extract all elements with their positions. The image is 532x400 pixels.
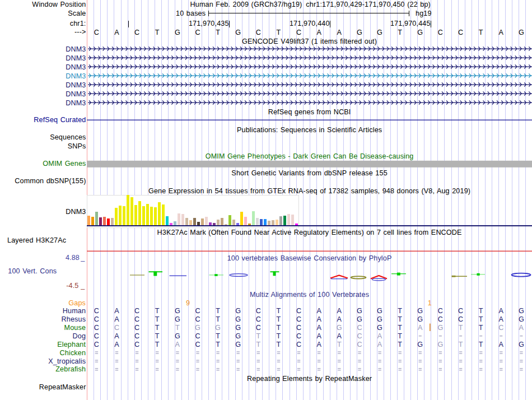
svg-text:A: A	[519, 324, 524, 332]
svg-text:C: C	[296, 332, 301, 340]
svg-text:C: C	[94, 307, 99, 315]
svg-text:A: A	[316, 332, 321, 340]
svg-text:1: 1	[428, 299, 432, 307]
svg-text:T: T	[155, 324, 160, 332]
svg-text:C: C	[134, 332, 139, 340]
svg-text:GENCODE V49lift37 (1 items fil: GENCODE V49lift37 (1 items filtered out)	[242, 38, 377, 45]
svg-text:A: A	[114, 307, 119, 315]
svg-text:Repeating Elements by RepeatMa: Repeating Elements by RepeatMasker	[247, 375, 372, 383]
svg-text:C: C	[296, 307, 301, 315]
svg-text:-4.5: -4.5	[66, 282, 78, 290]
svg-text:A: A	[316, 29, 321, 36]
svg-text:_: _	[80, 282, 85, 290]
svg-text:G: G	[377, 315, 382, 323]
svg-text:G: G	[377, 29, 382, 36]
svg-text:Window Position: Window Position	[32, 1, 86, 8]
svg-text:Gene Expression in 54 tissues: Gene Expression in 54 tissues from GTEx …	[148, 187, 470, 195]
svg-text:T: T	[155, 307, 160, 315]
svg-text:A: A	[316, 341, 321, 348]
svg-text:A: A	[499, 29, 504, 36]
svg-text:A: A	[418, 324, 423, 332]
svg-text:T: T	[216, 29, 220, 36]
svg-text:C: C	[296, 29, 301, 36]
svg-text:C: C	[114, 324, 119, 332]
svg-text:G: G	[377, 324, 382, 332]
svg-text:Mouse: Mouse	[64, 324, 86, 332]
svg-text:G: G	[519, 315, 524, 323]
svg-text:Multiz Alignments of 100 Verte: Multiz Alignments of 100 Vertebrates	[250, 291, 369, 299]
svg-text:A: A	[499, 315, 504, 323]
svg-text:T: T	[398, 29, 402, 36]
svg-text:G: G	[175, 307, 180, 315]
svg-text:T: T	[256, 341, 260, 348]
svg-text:T: T	[155, 29, 160, 36]
svg-text:C: C	[134, 315, 139, 323]
svg-text:OMIM Genes: OMIM Genes	[43, 160, 86, 168]
svg-text:100 Vert. Cons: 100 Vert. Cons	[8, 267, 57, 275]
svg-text:100 vertebrates Basewise Conse: 100 vertebrates Basewise Conservation by…	[227, 254, 392, 262]
svg-text:A: A	[337, 307, 342, 315]
svg-text:Elephant: Elephant	[57, 341, 86, 348]
svg-text:G: G	[215, 324, 221, 332]
svg-text:Human Feb. 2009 (GRCh37/hg19): Human Feb. 2009 (GRCh37/hg19)	[190, 1, 302, 8]
svg-text:Human: Human	[63, 307, 86, 315]
svg-text:Chicken: Chicken	[60, 349, 86, 357]
svg-text:_: _	[80, 254, 85, 262]
svg-text:C: C	[94, 332, 99, 340]
svg-text:C: C	[296, 315, 301, 323]
svg-text:T: T	[216, 307, 220, 315]
svg-text:hg19: hg19	[416, 10, 432, 17]
svg-text:G: G	[357, 307, 362, 315]
svg-text:C: C	[195, 315, 200, 323]
svg-text:T: T	[216, 332, 220, 340]
svg-text:chr1:171,970,429-171,970,450 (: chr1:171,970,429-171,970,450 (22 bp)	[306, 1, 431, 8]
svg-text:Common dbSNP(155): Common dbSNP(155)	[15, 177, 86, 185]
svg-text:--->: --->	[74, 28, 86, 36]
svg-text:G: G	[437, 341, 443, 348]
svg-text:G: G	[519, 29, 524, 36]
svg-text:DNM3: DNM3	[66, 90, 86, 98]
svg-text:171,970,440: 171,970,440	[290, 20, 330, 27]
svg-text:C: C	[357, 324, 362, 332]
svg-text:DNM3: DNM3	[66, 81, 86, 89]
svg-text:T: T	[277, 29, 281, 36]
svg-text:DNM3: DNM3	[66, 45, 86, 53]
svg-text:G: G	[377, 307, 382, 315]
svg-text:G: G	[195, 324, 200, 332]
svg-text:G: G	[519, 307, 524, 315]
svg-text:C: C	[195, 307, 200, 315]
svg-text:T: T	[459, 324, 463, 332]
svg-text:SNPs: SNPs	[68, 142, 86, 150]
svg-text:RefSeq Curated: RefSeq Curated	[34, 116, 86, 124]
svg-text:C: C	[256, 324, 261, 332]
svg-text:C: C	[357, 341, 362, 348]
svg-text:T: T	[277, 341, 281, 348]
svg-text:A: A	[377, 332, 382, 340]
svg-text:A: A	[337, 332, 342, 340]
svg-text:C: C	[134, 307, 139, 315]
svg-text:A: A	[316, 324, 321, 332]
svg-text:RepeatMasker: RepeatMasker	[39, 383, 86, 391]
svg-text:RefSeq genes from NCBI: RefSeq genes from NCBI	[268, 108, 351, 116]
svg-text:T: T	[398, 341, 402, 348]
svg-text:Rhesus: Rhesus	[61, 315, 86, 323]
svg-text:A: A	[377, 341, 382, 348]
svg-text:H3K27Ac Mark (Often Found Near: H3K27Ac Mark (Often Found Near Active Re…	[157, 229, 462, 236]
svg-text:Publications: Sequences in Sci: Publications: Sequences in Scientific Ar…	[237, 126, 382, 134]
svg-text:171,970,435: 171,970,435	[189, 20, 229, 27]
svg-text:OMIM Gene Phenotypes - Dark Gr: OMIM Gene Phenotypes - Dark Green Can Be…	[206, 152, 414, 160]
svg-text:4.88: 4.88	[66, 254, 80, 262]
svg-text:DNM3: DNM3	[66, 208, 86, 216]
svg-text:G: G	[357, 29, 362, 36]
svg-text:T: T	[479, 341, 483, 348]
svg-text:G: G	[417, 307, 423, 315]
svg-text:G: G	[417, 29, 423, 36]
svg-text:G: G	[175, 315, 180, 323]
svg-text:T: T	[479, 307, 483, 315]
svg-text:T: T	[398, 307, 402, 315]
svg-text:C: C	[256, 307, 261, 315]
svg-text:G: G	[235, 324, 241, 332]
svg-text:G: G	[519, 341, 524, 348]
svg-text:T: T	[277, 332, 281, 340]
svg-text:C: C	[134, 324, 139, 332]
